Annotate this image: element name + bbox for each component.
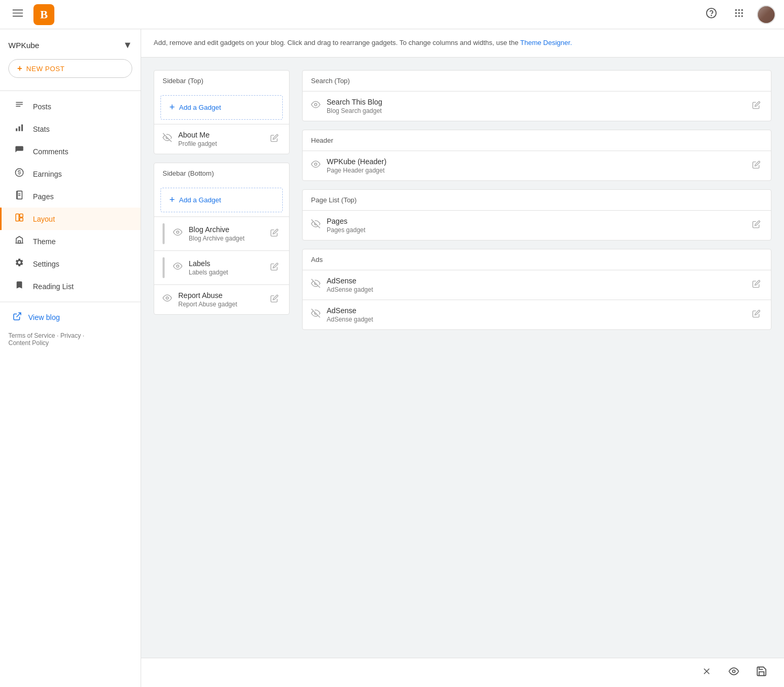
about-me-edit-icon[interactable] [268,132,281,146]
sidebar-item-earnings[interactable]: Earnings [0,163,141,185]
view-blog-icon [13,312,22,323]
labels-visibility-icon[interactable] [173,261,182,273]
sidebar-item-stats[interactable]: Stats [0,118,141,140]
adsense-2-info: AdSense AdSense gadget [327,306,744,323]
gadget-adsense-1: AdSense AdSense gadget [303,270,771,300]
svg-point-10 [741,12,743,14]
pages-icon [14,190,25,202]
wpkube-header-edit-icon[interactable] [750,158,763,173]
add-gadget-sidebar-top[interactable]: + Add a Gadget [160,95,283,120]
adsense-1-edit-icon[interactable] [750,278,763,292]
gadget-wpkube-header: WPKube (Header) Page Header gadget [303,151,771,180]
sidebar-item-reading-list[interactable]: Reading List [0,275,141,297]
svg-point-11 [735,15,737,17]
svg-rect-15 [16,104,23,105]
svg-point-33 [166,297,169,300]
terms-link[interactable]: Terms of Service [8,332,55,339]
reading-list-label: Reading List [33,282,74,291]
svg-point-4 [711,15,712,16]
main-header-text: Add, remove and edit gadgets on your blo… [154,39,518,47]
grid-button[interactable] [730,4,748,25]
adsense-2-name: AdSense [327,306,744,315]
sidebar-item-comments[interactable]: Comments [0,140,141,163]
svg-rect-1 [13,13,23,14]
add-icon-2: + [169,194,175,205]
layout-canvas: Sidebar (Top) + Add a Gadget About Me P [141,58,784,372]
user-avatar[interactable] [757,5,776,24]
blog-name-selector[interactable]: WPKube ▼ [0,36,141,59]
view-blog-label: View blog [28,313,60,322]
help-button[interactable] [701,3,721,26]
report-abuse-info: Report Abuse Report Abuse gadget [178,291,262,308]
adsense-2-edit-icon[interactable] [750,307,763,322]
gadget-search-blog: Search This Blog Blog Search gadget [303,91,771,121]
add-gadget-sidebar-bottom[interactable]: + Add a Gadget [160,188,283,212]
svg-rect-18 [19,127,20,131]
theme-designer-link[interactable]: Theme Designer. [520,39,572,47]
earnings-label: Earnings [33,170,62,178]
search-top-section: Search (Top) Search This Blog Blog Searc… [302,70,771,121]
blog-archive-name: Blog Archive [189,225,262,234]
sidebar-item-posts[interactable]: Posts [0,95,141,118]
stats-label: Stats [33,125,50,133]
adsense-1-visibility-icon[interactable] [311,279,320,291]
svg-rect-17 [16,129,17,131]
content-policy-link[interactable]: Content Policy [8,339,49,347]
ads-title: Ads [303,249,771,270]
sidebar-bottom-section: Sidebar (Bottom) + Add a Gadget Blog Arc [154,163,290,315]
sidebar-item-settings[interactable]: Settings [0,253,141,275]
gadget-labels: Labels Labels gadget [154,250,289,284]
sidebar-view-blog[interactable]: View blog [0,306,141,328]
preview-button[interactable] [724,662,743,683]
search-blog-info: Search This Blog Blog Search gadget [327,98,744,115]
right-column: Search (Top) Search This Blog Blog Searc… [302,70,771,330]
sidebar-top-section: Sidebar (Top) + Add a Gadget About Me P [154,70,290,154]
pages-visibility-icon[interactable] [311,219,320,231]
report-abuse-visibility-icon[interactable] [163,293,172,305]
svg-point-35 [315,163,317,166]
svg-point-6 [738,9,740,11]
sidebar-footer: Terms of Service · Privacy · Content Pol… [0,328,141,351]
comments-label: Comments [33,147,68,156]
wpkube-header-info: WPKube (Header) Page Header gadget [327,157,744,174]
adsense-2-visibility-icon[interactable] [311,308,320,320]
save-button[interactable] [752,661,771,684]
page-list-top-title: Page List (Top) [303,190,771,210]
blog-archive-drag-handle[interactable] [163,223,165,244]
blog-archive-visibility-icon[interactable] [173,227,182,239]
svg-rect-28 [18,241,21,244]
report-abuse-edit-icon[interactable] [268,292,281,307]
stats-icon [14,123,25,135]
hamburger-menu[interactable] [8,4,27,25]
labels-name: Labels [189,259,262,268]
search-blog-edit-icon[interactable] [750,99,763,113]
new-post-button[interactable]: + NEW POST [8,59,132,78]
blog-archive-edit-icon[interactable] [268,226,281,241]
wpkube-header-desc: Page Header gadget [327,167,744,174]
search-blog-name: Search This Blog [327,98,744,106]
report-abuse-desc: Report Abuse gadget [178,301,262,308]
page-list-top-section: Page List (Top) Pages Pages gadget [302,189,771,241]
pages-label: Pages [33,192,54,201]
labels-drag-handle[interactable] [163,257,165,278]
gadget-report-abuse: Report Abuse Report Abuse gadget [154,284,289,314]
svg-point-34 [315,104,317,106]
about-me-name: About Me [178,131,262,139]
adsense-1-name: AdSense [327,277,744,285]
about-me-visibility-icon[interactable] [163,133,172,145]
labels-edit-icon[interactable] [268,260,281,275]
blogger-logo[interactable]: B [33,4,54,25]
privacy-link[interactable]: Privacy [60,332,80,339]
search-blog-visibility-icon[interactable] [311,100,320,112]
pages-gadget-desc: Pages gadget [327,226,744,234]
sidebar-item-pages[interactable]: Pages [0,185,141,208]
adsense-2-desc: AdSense gadget [327,316,744,323]
blog-name-label: WPKube [8,41,39,50]
sidebar-item-layout[interactable]: Layout [0,208,141,230]
sidebar-top-title: Sidebar (Top) [154,71,289,91]
sidebar-item-theme[interactable]: Theme [0,230,141,253]
pages-gadget-edit-icon[interactable] [750,218,763,233]
wpkube-header-visibility-icon[interactable] [311,159,320,171]
blog-chevron-icon[interactable]: ▼ [123,40,132,51]
close-button[interactable] [697,662,716,683]
